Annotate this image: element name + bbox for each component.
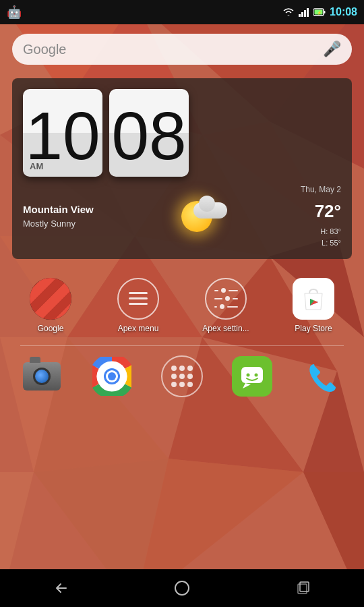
wifi-icon <box>282 7 295 17</box>
dock-divider <box>20 345 344 346</box>
nav-back-button[interactable] <box>40 575 81 602</box>
hour-display: 10 <box>25 102 100 169</box>
status-bar: 🤖 ⚡ 10:08 <box>0 0 364 24</box>
clock-top: 10 AM 08 <box>23 89 341 177</box>
search-bar-wrap: Google 🎤 <box>0 24 364 71</box>
svg-rect-27 <box>324 11 326 13</box>
weather-right: Thu, May 2 72° H: 83° L: 55° <box>301 183 341 250</box>
apex-settings-icon <box>205 278 247 320</box>
mic-icon[interactable]: 🎤 <box>323 40 341 58</box>
clock-widget: 10 AM 08 Mountain View Mostly Sunny Thu,… <box>12 78 352 259</box>
dot-3 <box>187 366 193 371</box>
drawer-icon <box>161 355 203 397</box>
svg-point-41 <box>255 373 258 376</box>
svg-rect-43 <box>298 584 307 594</box>
nav-bar <box>0 569 364 607</box>
app-play-store[interactable]: Play Store <box>276 278 351 333</box>
sd1 <box>221 288 226 293</box>
status-bar-left: 🤖 <box>7 5 22 20</box>
dot-8 <box>179 382 185 387</box>
svg-rect-44 <box>300 582 309 591</box>
dot-9 <box>187 382 193 387</box>
phone-svg <box>305 359 340 394</box>
play-store-svg <box>301 285 326 312</box>
recents-icon <box>295 580 311 596</box>
weather-date: Thu, May 2 <box>301 183 341 196</box>
messenger-icon <box>232 356 272 397</box>
search-bar-text: Google <box>23 42 67 57</box>
svg-point-37 <box>108 372 116 380</box>
home-icon <box>174 580 190 596</box>
sl1b <box>229 290 238 291</box>
app-apex-menu-label: Apex menu <box>118 324 159 333</box>
battery-icon: ⚡ <box>313 8 326 16</box>
slider-row-2 <box>214 296 238 301</box>
svg-marker-39 <box>243 383 251 388</box>
sd3 <box>220 304 224 309</box>
camera-lens <box>33 368 51 385</box>
camera-top <box>30 357 40 363</box>
sl2a <box>214 298 222 299</box>
signal-icon <box>299 7 309 17</box>
hamburger-line-1 <box>129 292 148 294</box>
app-google[interactable]: Google <box>13 278 88 333</box>
temp-main: 72° <box>301 198 341 226</box>
back-icon <box>53 580 69 596</box>
svg-rect-22 <box>301 12 303 17</box>
phone-icon <box>303 357 341 395</box>
clock-bottom: Mountain View Mostly Sunny Thu, May 2 72… <box>23 183 341 250</box>
status-time: 10:08 <box>330 6 357 18</box>
svg-text:⚡: ⚡ <box>317 10 322 16</box>
sl1a <box>214 290 218 291</box>
slider-row-3 <box>214 304 238 309</box>
messenger-svg <box>239 363 266 390</box>
dock-drawer[interactable] <box>161 355 203 397</box>
dock-phone[interactable] <box>301 355 343 397</box>
gmail-icon <box>30 278 71 320</box>
temp-low: L: 55° <box>301 237 341 250</box>
svg-point-40 <box>247 373 250 376</box>
dock-camera[interactable] <box>21 355 63 397</box>
sd2 <box>225 296 230 301</box>
app-apex-settings[interactable]: Apex settin... <box>189 278 263 333</box>
sliders-icon <box>214 288 238 309</box>
dot-2 <box>179 366 185 371</box>
flip-card-minute: 08 <box>109 89 189 177</box>
app-apex-menu[interactable]: Apex menu <box>101 278 175 333</box>
chrome-icon <box>92 357 131 396</box>
camera-icon <box>23 362 61 391</box>
hamburger-line-3 <box>129 303 148 305</box>
temp-high: H: 83° <box>301 226 341 238</box>
svg-rect-21 <box>299 14 301 17</box>
app-apex-settings-label: Apex settin... <box>202 324 249 333</box>
app-play-store-label: Play Store <box>295 324 332 333</box>
weather-condition: Mostly Sunny <box>23 217 94 231</box>
dot-5 <box>179 374 185 379</box>
play-store-icon <box>293 278 334 320</box>
sl3a <box>214 306 217 308</box>
minute-display: 08 <box>111 102 186 169</box>
svg-rect-23 <box>304 10 306 17</box>
search-bar[interactable]: Google 🎤 <box>12 34 352 65</box>
dots-grid <box>171 366 193 387</box>
status-bar-right: ⚡ 10:08 <box>282 6 357 18</box>
nav-recents-button[interactable] <box>283 575 324 602</box>
city-name: Mountain View <box>23 202 94 218</box>
dock-chrome[interactable] <box>91 355 133 397</box>
dock-bottom <box>7 355 357 397</box>
svg-rect-24 <box>307 8 309 17</box>
dot-1 <box>171 366 177 371</box>
sl2b <box>233 298 238 299</box>
nav-home-button[interactable] <box>162 575 202 602</box>
cloud-icon <box>193 202 227 219</box>
ampm-display: AM <box>30 161 43 171</box>
apex-menu-icon <box>117 278 159 320</box>
app-grid: Google Apex menu <box>7 278 357 333</box>
dot-6 <box>187 374 193 379</box>
app-google-label: Google <box>38 324 64 333</box>
dot-7 <box>171 382 177 387</box>
sl3b <box>227 306 238 308</box>
clock-location: Mountain View Mostly Sunny <box>23 202 94 231</box>
dot-4 <box>171 374 177 379</box>
dock-messenger[interactable] <box>231 355 273 397</box>
